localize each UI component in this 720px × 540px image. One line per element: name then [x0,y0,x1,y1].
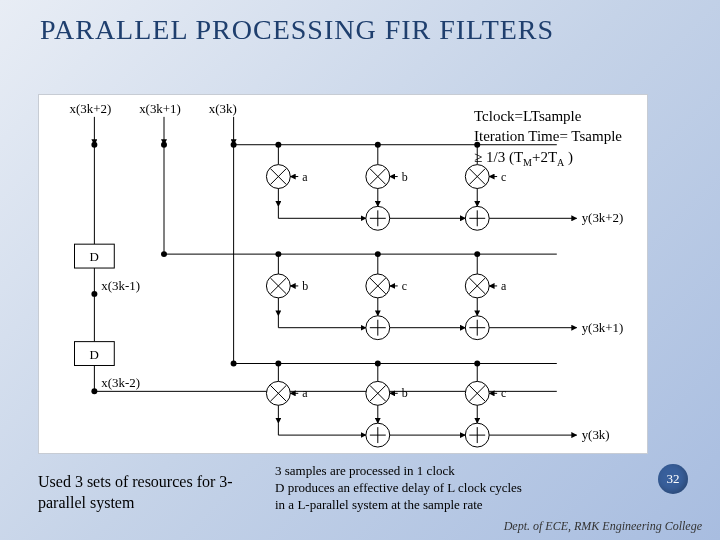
adder-icon [366,316,390,340]
multiplier-icon [366,381,390,405]
adder-icon [465,316,489,340]
multiplier-icon [366,165,390,189]
multiplier-icon [465,274,489,298]
multiplier-icon [465,381,489,405]
page-title: PARALLEL PROCESSING FIR FILTERS [0,0,720,46]
input-label: x(3k+2) [70,101,112,116]
coef-label: c [501,170,506,184]
coef-label: a [501,279,507,293]
adder-icon [366,206,390,230]
coef-label: c [402,279,407,293]
coef-label: b [402,170,408,184]
multiplier-icon [266,274,290,298]
delay-label: D [89,347,98,362]
footer-credit: Dept. of ECE, RMK Engineering College [504,519,702,534]
input-label: x(3k) [209,101,237,116]
multiplier-icon [366,274,390,298]
multiplier-icon [266,165,290,189]
caption-explanation: 3 samples are processed in 1 clock D pro… [275,463,605,514]
eq-line2: Iteration Time= Tsample ≥ 1/3 (TM+2TA ) [474,126,684,169]
delay-label: D [89,249,98,264]
delay-output-label: x(3k-1) [101,278,140,293]
page-number-badge: 32 [658,464,688,494]
coef-label: a [302,386,308,400]
output-label: y(3k) [582,427,610,442]
adder-icon [465,423,489,447]
caption-resources: Used 3 sets of resources for 3-parallel … [38,472,258,514]
adder-icon [465,206,489,230]
input-label: x(3k+1) [139,101,181,116]
timing-equations: Tclock=LTsample Iteration Time= Tsample … [474,106,684,169]
output-label: y(3k+1) [582,320,624,335]
coef-label: b [402,386,408,400]
coef-label: b [302,279,308,293]
eq-line1: Tclock=LTsample [474,106,684,126]
adder-icon [366,423,390,447]
output-label: y(3k+2) [582,210,624,225]
multiplier-icon [266,381,290,405]
coef-label: c [501,386,506,400]
coef-label: a [302,170,308,184]
delay-output-label: x(3k-2) [101,375,140,390]
